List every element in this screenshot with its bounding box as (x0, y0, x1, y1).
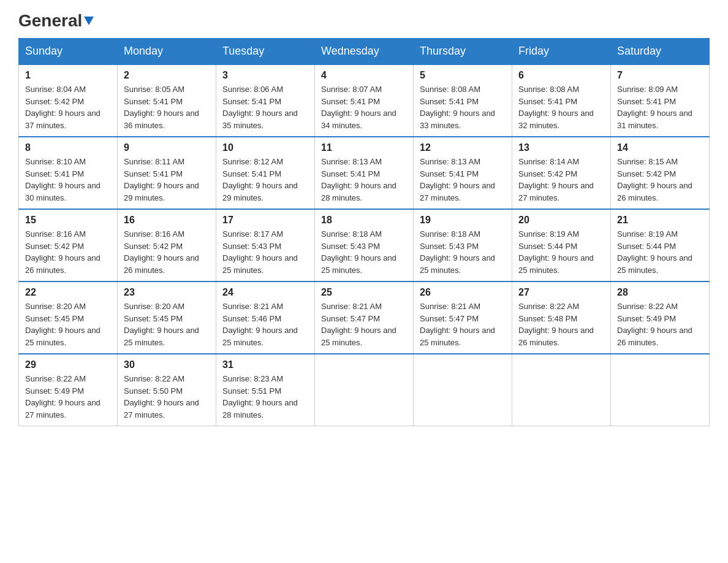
calendar-day-cell: 1 Sunrise: 8:04 AMSunset: 5:42 PMDayligh… (19, 64, 118, 137)
day-number: 23 (124, 287, 210, 298)
calendar-day-cell: 28 Sunrise: 8:22 AMSunset: 5:49 PMDaylig… (611, 282, 710, 354)
day-info: Sunrise: 8:12 AMSunset: 5:41 PMDaylight:… (222, 157, 298, 202)
day-info: Sunrise: 8:22 AMSunset: 5:49 PMDaylight:… (617, 302, 692, 347)
calendar-day-cell: 20 Sunrise: 8:19 AMSunset: 5:44 PMDaylig… (512, 209, 611, 282)
calendar-day-cell: 12 Sunrise: 8:13 AMSunset: 5:41 PMDaylig… (414, 137, 512, 209)
day-number: 10 (222, 142, 308, 153)
calendar-day-cell: 4 Sunrise: 8:07 AMSunset: 5:41 PMDayligh… (315, 64, 414, 137)
calendar-day-cell: 18 Sunrise: 8:18 AMSunset: 5:43 PMDaylig… (315, 209, 414, 282)
calendar-day-cell: 13 Sunrise: 8:14 AMSunset: 5:42 PMDaylig… (512, 137, 611, 209)
day-number: 4 (321, 70, 407, 81)
day-info: Sunrise: 8:14 AMSunset: 5:42 PMDaylight:… (518, 157, 594, 202)
day-info: Sunrise: 8:13 AMSunset: 5:41 PMDaylight:… (420, 157, 495, 202)
day-number: 12 (420, 142, 506, 153)
day-header-saturday: Saturday (611, 39, 710, 65)
day-number: 29 (25, 359, 111, 370)
day-number: 24 (222, 287, 308, 298)
calendar-day-cell: 16 Sunrise: 8:16 AMSunset: 5:42 PMDaylig… (118, 209, 216, 282)
calendar-day-cell: 6 Sunrise: 8:08 AMSunset: 5:41 PMDayligh… (512, 64, 611, 137)
calendar-day-cell: 2 Sunrise: 8:05 AMSunset: 5:41 PMDayligh… (118, 64, 216, 137)
calendar-day-cell: 29 Sunrise: 8:22 AMSunset: 5:49 PMDaylig… (19, 354, 118, 426)
day-number: 13 (518, 142, 604, 153)
calendar-day-cell: 22 Sunrise: 8:20 AMSunset: 5:45 PMDaylig… (19, 282, 118, 354)
calendar-day-cell: 27 Sunrise: 8:22 AMSunset: 5:48 PMDaylig… (512, 282, 611, 354)
day-info: Sunrise: 8:23 AMSunset: 5:51 PMDaylight:… (222, 374, 298, 419)
day-number: 18 (321, 215, 407, 226)
calendar-day-cell: 21 Sunrise: 8:19 AMSunset: 5:44 PMDaylig… (611, 209, 710, 282)
calendar-day-cell: 25 Sunrise: 8:21 AMSunset: 5:47 PMDaylig… (315, 282, 414, 354)
calendar-day-cell (611, 354, 710, 426)
day-info: Sunrise: 8:16 AMSunset: 5:42 PMDaylight:… (124, 229, 199, 275)
calendar-day-cell: 19 Sunrise: 8:18 AMSunset: 5:43 PMDaylig… (414, 209, 512, 282)
day-number: 1 (25, 70, 111, 81)
calendar-day-cell (315, 354, 414, 426)
day-number: 5 (420, 70, 506, 81)
day-info: Sunrise: 8:19 AMSunset: 5:44 PMDaylight:… (617, 229, 692, 275)
day-number: 15 (25, 215, 111, 226)
day-info: Sunrise: 8:21 AMSunset: 5:47 PMDaylight:… (420, 302, 495, 347)
day-number: 27 (518, 287, 604, 298)
day-header-sunday: Sunday (19, 39, 118, 65)
day-number: 28 (617, 287, 703, 298)
day-info: Sunrise: 8:22 AMSunset: 5:50 PMDaylight:… (124, 374, 199, 419)
day-header-monday: Monday (118, 39, 216, 65)
day-info: Sunrise: 8:21 AMSunset: 5:47 PMDaylight:… (321, 302, 396, 347)
day-info: Sunrise: 8:18 AMSunset: 5:43 PMDaylight:… (321, 229, 396, 275)
day-number: 26 (420, 287, 506, 298)
day-number: 25 (321, 287, 407, 298)
calendar-day-cell: 11 Sunrise: 8:13 AMSunset: 5:41 PMDaylig… (315, 137, 414, 209)
day-info: Sunrise: 8:05 AMSunset: 5:41 PMDaylight:… (124, 85, 199, 130)
day-info: Sunrise: 8:13 AMSunset: 5:41 PMDaylight:… (321, 157, 396, 202)
calendar-day-cell: 26 Sunrise: 8:21 AMSunset: 5:47 PMDaylig… (414, 282, 512, 354)
day-number: 2 (124, 70, 210, 81)
calendar-day-cell: 24 Sunrise: 8:21 AMSunset: 5:46 PMDaylig… (216, 282, 315, 354)
day-number: 21 (617, 215, 703, 226)
day-number: 8 (25, 142, 111, 153)
day-info: Sunrise: 8:08 AMSunset: 5:41 PMDaylight:… (518, 85, 594, 130)
calendar-day-cell: 17 Sunrise: 8:17 AMSunset: 5:43 PMDaylig… (216, 209, 315, 282)
day-number: 16 (124, 215, 210, 226)
day-info: Sunrise: 8:18 AMSunset: 5:43 PMDaylight:… (420, 229, 495, 275)
calendar-day-cell (512, 354, 611, 426)
day-number: 30 (124, 359, 210, 370)
day-info: Sunrise: 8:04 AMSunset: 5:42 PMDaylight:… (25, 85, 100, 130)
calendar-week-row: 1 Sunrise: 8:04 AMSunset: 5:42 PMDayligh… (19, 64, 710, 137)
calendar-day-cell: 9 Sunrise: 8:11 AMSunset: 5:41 PMDayligh… (118, 137, 216, 209)
day-number: 19 (420, 215, 506, 226)
day-info: Sunrise: 8:15 AMSunset: 5:42 PMDaylight:… (617, 157, 692, 202)
calendar-table: SundayMondayTuesdayWednesdayThursdayFrid… (18, 38, 710, 426)
day-info: Sunrise: 8:20 AMSunset: 5:45 PMDaylight:… (25, 302, 100, 347)
day-info: Sunrise: 8:11 AMSunset: 5:41 PMDaylight:… (124, 157, 199, 202)
page-header: General (18, 12, 710, 27)
day-number: 20 (518, 215, 604, 226)
day-number: 7 (617, 70, 703, 81)
day-number: 3 (222, 70, 308, 81)
day-number: 6 (518, 70, 604, 81)
day-number: 31 (222, 359, 308, 370)
day-number: 22 (25, 287, 111, 298)
calendar-day-cell (414, 354, 512, 426)
day-info: Sunrise: 8:10 AMSunset: 5:41 PMDaylight:… (25, 157, 100, 202)
day-header-friday: Friday (512, 39, 611, 65)
calendar-day-cell: 7 Sunrise: 8:09 AMSunset: 5:41 PMDayligh… (611, 64, 710, 137)
calendar-day-cell: 15 Sunrise: 8:16 AMSunset: 5:42 PMDaylig… (19, 209, 118, 282)
day-header-thursday: Thursday (414, 39, 512, 65)
day-number: 17 (222, 215, 308, 226)
day-info: Sunrise: 8:06 AMSunset: 5:41 PMDaylight:… (222, 85, 298, 130)
day-info: Sunrise: 8:08 AMSunset: 5:41 PMDaylight:… (420, 85, 495, 130)
day-info: Sunrise: 8:16 AMSunset: 5:42 PMDaylight:… (25, 229, 100, 275)
day-info: Sunrise: 8:09 AMSunset: 5:41 PMDaylight:… (617, 85, 692, 130)
calendar-day-cell: 10 Sunrise: 8:12 AMSunset: 5:41 PMDaylig… (216, 137, 315, 209)
day-number: 11 (321, 142, 407, 153)
day-number: 14 (617, 142, 703, 153)
day-info: Sunrise: 8:20 AMSunset: 5:45 PMDaylight:… (124, 302, 199, 347)
day-header-tuesday: Tuesday (216, 39, 315, 65)
calendar-week-row: 22 Sunrise: 8:20 AMSunset: 5:45 PMDaylig… (19, 282, 710, 354)
calendar-day-cell: 3 Sunrise: 8:06 AMSunset: 5:41 PMDayligh… (216, 64, 315, 137)
day-info: Sunrise: 8:19 AMSunset: 5:44 PMDaylight:… (518, 229, 594, 275)
calendar-header-row: SundayMondayTuesdayWednesdayThursdayFrid… (19, 39, 710, 65)
day-info: Sunrise: 8:07 AMSunset: 5:41 PMDaylight:… (321, 85, 396, 130)
calendar-day-cell: 23 Sunrise: 8:20 AMSunset: 5:45 PMDaylig… (118, 282, 216, 354)
calendar-week-row: 8 Sunrise: 8:10 AMSunset: 5:41 PMDayligh… (19, 137, 710, 209)
calendar-day-cell: 14 Sunrise: 8:15 AMSunset: 5:42 PMDaylig… (611, 137, 710, 209)
